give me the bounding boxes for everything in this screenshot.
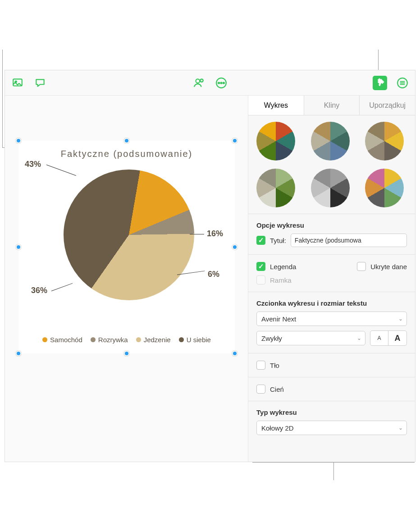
chart-selection[interactable]: Faktyczne (podsumowanie) 43% 16% 6% 36% … (18, 141, 235, 353)
label-frame: Ramka (270, 276, 292, 284)
resize-handle[interactable] (16, 244, 21, 250)
callout-line (333, 462, 334, 480)
slice-label: 6% (208, 270, 219, 279)
svg-point-7 (223, 82, 224, 83)
increase-size-button[interactable]: A (388, 331, 406, 345)
chevron-down-icon: ⌄ (398, 316, 403, 322)
format-brush-icon[interactable] (373, 76, 387, 90)
legend-item: Jedzenie (136, 336, 171, 344)
legend-item: Samochód (42, 336, 82, 344)
font-style-select[interactable]: Zwykły⌄ (256, 331, 365, 345)
chart-style-swatch[interactable] (311, 169, 350, 207)
pie-chart[interactable] (64, 170, 194, 300)
section-options: Opcje wykresu Tytuł: Faktyczne (podsumow… (248, 214, 415, 255)
leader-line (190, 234, 204, 234)
slice-label: 36% (31, 286, 47, 295)
callout-line (2, 50, 3, 148)
chart-style-swatch[interactable] (256, 169, 295, 207)
resize-handle[interactable] (124, 351, 129, 356)
resize-handle[interactable] (16, 138, 21, 143)
checkbox-background[interactable] (256, 361, 265, 370)
section-shadow: Cień (248, 377, 415, 401)
svg-point-2 (196, 79, 200, 83)
section-font: Czcionka wykresu i rozmiar tekstu Avenir… (248, 292, 415, 353)
tab-wedges[interactable]: Kliny (304, 96, 360, 115)
resize-handle[interactable] (232, 138, 237, 143)
checkbox-shadow[interactable] (256, 385, 265, 394)
label-shadow: Cień (270, 385, 284, 393)
font-size-stepper: A A (370, 330, 407, 346)
checkbox-hidden-data[interactable] (357, 262, 366, 271)
title-input[interactable]: Faktyczne (podsumowa (291, 234, 407, 247)
legend-swatch (42, 337, 47, 342)
legend-swatch (136, 337, 141, 342)
legend-item: U siebie (179, 336, 211, 344)
add-people-icon[interactable] (192, 76, 206, 90)
svg-point-6 (220, 82, 222, 83)
section-background: Tło (248, 353, 415, 377)
section-header: Typ wykresu (256, 408, 407, 416)
section-header: Czcionka wykresu i rozmiar tekstu (256, 299, 407, 307)
chart-style-swatch[interactable] (365, 122, 404, 160)
checkbox-legend[interactable] (256, 262, 265, 271)
leader-line (46, 165, 76, 176)
legend-label: U siebie (187, 336, 211, 344)
decrease-size-button[interactable]: A (370, 331, 388, 345)
legend-label: Samochód (50, 336, 82, 344)
media-icon[interactable] (10, 76, 25, 90)
tab-arrange[interactable]: Uporządkuj (360, 96, 415, 115)
chart-style-swatch[interactable] (365, 169, 404, 207)
label-background: Tło (270, 362, 279, 369)
more-icon[interactable] (214, 76, 228, 90)
inspector-tabs: Wykres Kliny Uporządkuj (248, 96, 415, 115)
comment-icon[interactable] (33, 76, 47, 90)
toolbar (5, 70, 415, 96)
slice-label: 16% (207, 229, 223, 238)
font-family-select[interactable]: Avenir Next⌄ (256, 312, 407, 326)
chart-style-swatch[interactable] (256, 122, 295, 160)
format-inspector: Wykres Kliny Uporządkuj Opcje wykresu Ty… (248, 96, 415, 462)
chart-legend: Samochód Rozrywka Jedzenie U siebie (18, 336, 235, 344)
chevron-down-icon: ⌄ (357, 335, 361, 341)
section-header: Opcje wykresu (256, 221, 407, 229)
section-legend: Legenda Ukryte dane Ramka (248, 255, 415, 292)
app-window: Faktyczne (podsumowanie) 43% 16% 6% 36% … (5, 70, 415, 462)
chart-style-swatch[interactable] (311, 122, 350, 160)
resize-handle[interactable] (16, 351, 21, 356)
resize-handle[interactable] (232, 351, 237, 356)
resize-handle[interactable] (124, 138, 129, 143)
list-icon[interactable] (395, 76, 410, 90)
chart-title: Faktyczne (podsumowanie) (18, 149, 235, 159)
chevron-down-icon: ⌄ (398, 425, 403, 431)
label-hidden-data: Ukryte dane (370, 263, 407, 271)
document-canvas[interactable]: Faktyczne (podsumowanie) 43% 16% 6% 36% … (5, 96, 248, 462)
leader-line (51, 283, 73, 291)
label-title: Tytuł: (270, 237, 286, 244)
legend-item: Rozrywka (91, 336, 128, 344)
label-legend: Legenda (270, 263, 352, 271)
legend-swatch (91, 337, 96, 342)
legend-swatch (179, 337, 184, 342)
resize-handle[interactable] (232, 244, 237, 250)
slice-label: 43% (25, 160, 41, 169)
tab-chart[interactable]: Wykres (248, 96, 304, 115)
legend-label: Jedzenie (144, 336, 171, 344)
checkbox-frame (256, 275, 265, 284)
chart-type-select[interactable]: Kołowy 2D⌄ (256, 421, 407, 435)
section-chart-type: Typ wykresu Kołowy 2D⌄ (248, 401, 415, 442)
svg-point-5 (218, 82, 219, 83)
legend-label: Rozrywka (98, 336, 128, 344)
chart-style-grid (248, 115, 415, 214)
checkbox-title[interactable] (256, 236, 265, 245)
